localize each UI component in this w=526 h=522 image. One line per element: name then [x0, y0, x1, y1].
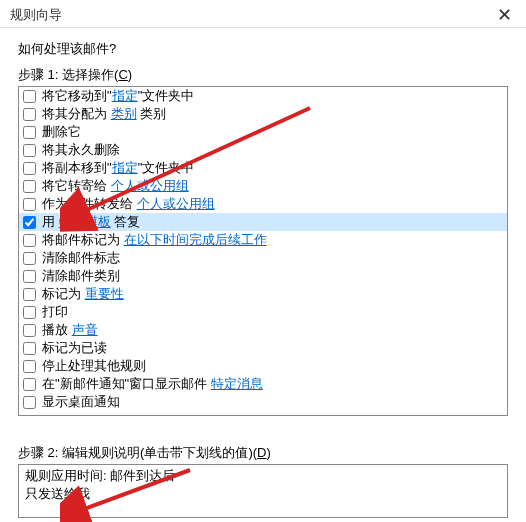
list-item[interactable]: 将副本移到"指定"文件夹中 [19, 159, 507, 177]
list-item[interactable]: 清除邮件标志 [19, 249, 507, 267]
list-item-checkbox[interactable] [23, 252, 36, 265]
list-item-checkbox[interactable] [23, 216, 36, 229]
rule-link[interactable]: 个人或公用组 [111, 178, 189, 193]
window-title: 规则向导 [10, 6, 62, 24]
list-item-label: 将邮件标记为 在以下时间完成后续工作 [42, 231, 267, 249]
list-item-checkbox[interactable] [23, 198, 36, 211]
action-list-panel[interactable]: 将它移动到"指定"文件夹中将其分配为 类别 类别删除它将其永久删除将副本移到"指… [18, 86, 508, 416]
list-item[interactable]: 用 特定模板 答复 [19, 213, 507, 231]
step1-label: 步骤 1: 选择操作(C) [18, 66, 508, 84]
rule-link[interactable]: 重要性 [85, 286, 124, 301]
step2-label: 步骤 2: 编辑规则说明(单击带下划线的值)(D) [18, 444, 508, 462]
question-label: 如何处理该邮件? [18, 40, 508, 58]
list-item[interactable]: 将邮件标记为 在以下时间完成后续工作 [19, 231, 507, 249]
list-item-checkbox[interactable] [23, 234, 36, 247]
list-item-label: 标记为已读 [42, 339, 107, 357]
rule-description-panel[interactable]: 规则应用时间: 邮件到达后 只发送给我 [18, 464, 508, 518]
list-item-label: 将它移动到"指定"文件夹中 [42, 87, 194, 105]
rule-link[interactable]: 类别 [111, 106, 137, 121]
list-item-label: 将其分配为 类别 类别 [42, 105, 166, 123]
list-item-checkbox[interactable] [23, 288, 36, 301]
content-area: 如何处理该邮件? 步骤 1: 选择操作(C) 将它移动到"指定"文件夹中将其分配… [0, 28, 526, 518]
rule-link[interactable]: 指定 [112, 160, 138, 175]
rule-link[interactable]: 特定消息 [211, 376, 263, 391]
list-item[interactable]: 将其永久删除 [19, 141, 507, 159]
list-item-label: 删除它 [42, 123, 81, 141]
list-item-checkbox[interactable] [23, 126, 36, 139]
list-item-checkbox[interactable] [23, 342, 36, 355]
list-item[interactable]: 将其分配为 类别 类别 [19, 105, 507, 123]
close-icon[interactable]: ✕ [493, 6, 516, 24]
list-item[interactable]: 清除邮件类别 [19, 267, 507, 285]
list-item-label: 用 特定模板 答复 [42, 213, 140, 231]
rule-link[interactable]: 个人或公用组 [137, 196, 215, 211]
rule-link[interactable]: 在以下时间完成后续工作 [124, 232, 267, 247]
list-item[interactable]: 标记为已读 [19, 339, 507, 357]
list-item-label: 将它转寄给 个人或公用组 [42, 177, 189, 195]
list-item-label: 作为附件转发给 个人或公用组 [42, 195, 215, 213]
list-item[interactable]: 播放 声音 [19, 321, 507, 339]
list-item-checkbox[interactable] [23, 162, 36, 175]
rule-link[interactable]: 声音 [72, 322, 98, 337]
list-item-label: 停止处理其他规则 [42, 357, 146, 375]
list-item-label: 显示桌面通知 [42, 393, 120, 411]
rule-link[interactable]: 特定模板 [59, 214, 111, 229]
list-item[interactable]: 打印 [19, 303, 507, 321]
list-item-label: 在"新邮件通知"窗口显示邮件 特定消息 [42, 375, 263, 393]
list-item-checkbox[interactable] [23, 396, 36, 409]
list-item-checkbox[interactable] [23, 180, 36, 193]
list-item[interactable]: 将它移动到"指定"文件夹中 [19, 87, 507, 105]
titlebar: 规则向导 ✕ [0, 0, 526, 28]
list-item-checkbox[interactable] [23, 108, 36, 121]
list-item[interactable]: 显示桌面通知 [19, 393, 507, 411]
step2-section: 步骤 2: 编辑规则说明(单击带下划线的值)(D) 规则应用时间: 邮件到达后 … [18, 444, 508, 518]
list-item-checkbox[interactable] [23, 324, 36, 337]
list-item[interactable]: 将它转寄给 个人或公用组 [19, 177, 507, 195]
list-item-checkbox[interactable] [23, 270, 36, 283]
list-item-checkbox[interactable] [23, 378, 36, 391]
list-item[interactable]: 停止处理其他规则 [19, 357, 507, 375]
list-item-checkbox[interactable] [23, 144, 36, 157]
list-item[interactable]: 删除它 [19, 123, 507, 141]
list-item-label: 打印 [42, 303, 68, 321]
list-item-label: 标记为 重要性 [42, 285, 124, 303]
desc-line-2: 只发送给我 [25, 485, 501, 503]
rule-link[interactable]: 指定 [112, 88, 138, 103]
list-item-label: 清除邮件类别 [42, 267, 120, 285]
list-item-checkbox[interactable] [23, 306, 36, 319]
list-item-checkbox[interactable] [23, 360, 36, 373]
list-item-checkbox[interactable] [23, 90, 36, 103]
desc-line-1: 规则应用时间: 邮件到达后 [25, 467, 501, 485]
list-item[interactable]: 标记为 重要性 [19, 285, 507, 303]
list-item[interactable]: 作为附件转发给 个人或公用组 [19, 195, 507, 213]
list-item-label: 将其永久删除 [42, 141, 120, 159]
list-item[interactable]: 在"新邮件通知"窗口显示邮件 特定消息 [19, 375, 507, 393]
list-item-label: 将副本移到"指定"文件夹中 [42, 159, 194, 177]
list-item-label: 播放 声音 [42, 321, 98, 339]
list-item-label: 清除邮件标志 [42, 249, 120, 267]
